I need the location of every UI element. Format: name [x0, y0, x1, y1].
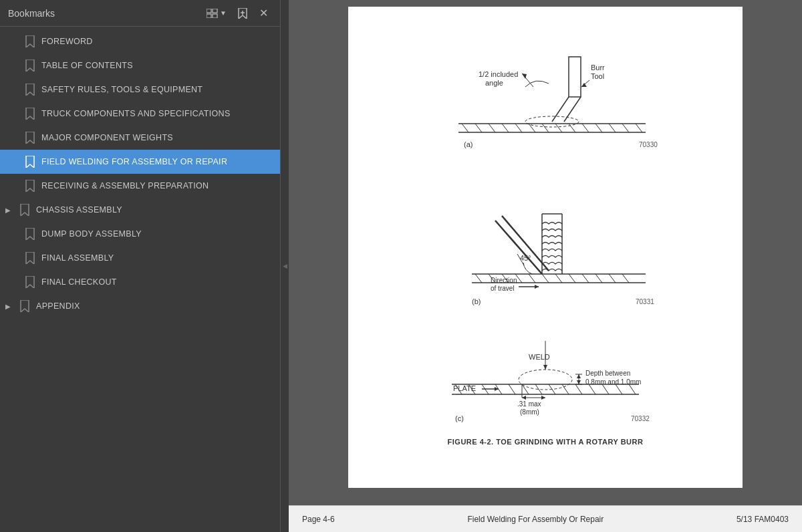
svg-line-34	[636, 124, 642, 132]
main-content: 1/2 included angle Burr Tool (a) 70330	[289, 0, 802, 532]
svg-line-83	[522, 384, 529, 394]
sidebar-header-icons: ▼ ✕	[203, 5, 272, 21]
svg-marker-15	[26, 228, 34, 240]
bookmark-label: TRUCK COMPONENTS AND SPECIFICATIONS	[41, 109, 273, 118]
svg-text:Tool: Tool	[591, 72, 604, 80]
bookmark-item-final-assembly[interactable]: FINAL ASSEMBLY	[0, 246, 280, 270]
svg-text:PLATE: PLATE	[453, 384, 476, 392]
svg-text:of travel: of travel	[491, 285, 515, 292]
svg-line-25	[515, 124, 522, 132]
svg-marker-109	[541, 396, 545, 400]
svg-text:70330: 70330	[639, 141, 658, 148]
grid-icon	[207, 9, 219, 18]
bookmark-item-chassis[interactable]: CHASSIS ASSEMBLY	[0, 198, 280, 222]
svg-line-23	[489, 124, 495, 132]
diagram-b: 45° Direction of travel (b) 70331	[375, 164, 716, 311]
bookmark-label: FINAL ASSEMBLY	[41, 253, 273, 263]
svg-text:0.8mm and 1.0mm: 0.8mm and 1.0mm	[585, 378, 641, 386]
bookmark-label: APPENDIX	[36, 301, 273, 311]
svg-text:Burr: Burr	[591, 63, 605, 72]
svg-line-86	[562, 384, 569, 394]
bookmark-label: RECEIVING & ASSEMBLY PREPARATION	[41, 181, 273, 190]
svg-rect-36	[569, 57, 581, 97]
svg-line-89	[602, 384, 609, 394]
expand-arrow	[3, 205, 13, 215]
svg-marker-17	[26, 276, 34, 288]
bookmark-item-receiving[interactable]: RECEIVING & ASSEMBLY PREPARATION	[0, 174, 280, 198]
bookmark-label: FOREWORD	[41, 37, 273, 46]
sidebar-title: Bookmarks	[8, 8, 55, 19]
svg-text:(a): (a)	[464, 140, 473, 148]
svg-line-31	[595, 124, 602, 132]
svg-marker-7	[26, 35, 34, 47]
bookmark-icon	[24, 131, 36, 144]
bookmark-item-foreword[interactable]: FOREWORD	[0, 29, 280, 53]
bookmark-icon	[24, 275, 36, 289]
svg-marker-13	[26, 180, 34, 192]
svg-line-58	[569, 274, 575, 283]
page-area: 1/2 included angle Burr Tool (a) 70330	[289, 0, 802, 505]
svg-rect-2	[207, 14, 211, 18]
bookmark-icon	[24, 251, 36, 265]
bookmark-icon	[237, 8, 248, 19]
svg-marker-11	[26, 132, 34, 144]
bookmark-add-button[interactable]	[234, 7, 251, 20]
bookmark-item-safety[interactable]: SAFETY RULES, TOOLS & EQUIPMENT	[0, 78, 280, 102]
bookmark-icon	[24, 179, 36, 192]
svg-line-33	[622, 124, 629, 132]
svg-marker-14	[21, 204, 29, 216]
bookmark-item-toc[interactable]: TABLE OF CONTENTS	[0, 53, 280, 78]
bookmark-icon	[24, 227, 36, 241]
bookmark-item-appendix[interactable]: APPENDIX	[0, 294, 280, 318]
svg-marker-9	[26, 84, 34, 96]
figure-caption: FIGURE 4-2. TOE GRINDING WITH A ROTARY B…	[375, 438, 716, 446]
svg-line-27	[542, 124, 549, 132]
bookmark-item-truck-components[interactable]: TRUCK COMPONENTS AND SPECIFICATIONS	[0, 102, 280, 126]
bookmark-label: TABLE OF CONTENTS	[41, 61, 273, 70]
bookmark-item-major-weights[interactable]: MAJOR COMPONENT WEIGHTS	[0, 126, 280, 150]
bookmark-label: FIELD WELDING FOR ASSEMBLY OR REPAIR	[41, 157, 273, 166]
page-number: Page 4-6	[302, 515, 335, 524]
svg-line-59	[582, 274, 589, 283]
svg-marker-73	[535, 285, 539, 289]
svg-line-30	[582, 124, 589, 132]
diagram-a: 1/2 included angle Burr Tool (a) 70330	[375, 20, 716, 154]
svg-text:(8mm): (8mm)	[520, 408, 539, 416]
resize-handle[interactable]	[281, 0, 289, 532]
diagram-b-svg: 45° Direction of travel (b) 70331	[418, 164, 672, 311]
svg-marker-12	[26, 156, 34, 168]
bookmark-item-dump-body[interactable]: DUMP BODY ASSEMBLY	[0, 222, 280, 246]
svg-rect-0	[207, 9, 211, 13]
bookmark-item-field-welding[interactable]: FIELD WELDING FOR ASSEMBLY OR REPAIR	[0, 150, 280, 174]
svg-line-62	[622, 274, 629, 283]
diagram-a-svg: 1/2 included angle Burr Tool (a) 70330	[418, 20, 672, 154]
svg-text:70332: 70332	[631, 415, 650, 422]
svg-text:70331: 70331	[636, 298, 654, 305]
svg-line-57	[555, 274, 562, 283]
bookmark-icon	[24, 155, 36, 168]
close-button[interactable]: ✕	[255, 5, 272, 21]
diagram-c: WELD PLATE Depth between 0.8mm and	[375, 321, 716, 428]
svg-marker-10	[26, 108, 34, 120]
svg-line-55	[529, 274, 535, 283]
bookmark-icon	[24, 35, 36, 48]
page-version: 5/13 FAM0403	[737, 515, 789, 524]
bookmark-item-final-checkout[interactable]: FINAL CHECKOUT	[0, 270, 280, 294]
bookmark-label: DUMP BODY ASSEMBLY	[41, 229, 273, 239]
bookmark-label: CHASSIS ASSEMBLY	[36, 205, 273, 215]
bookmark-icon	[24, 83, 36, 96]
svg-line-60	[595, 274, 602, 283]
view-toggle-button[interactable]: ▼	[203, 7, 230, 19]
sidebar: Bookmarks ▼	[0, 0, 281, 532]
svg-text:(c): (c)	[455, 414, 464, 422]
svg-line-61	[609, 274, 616, 283]
bookmark-icon	[24, 59, 36, 72]
svg-text:.31 max: .31 max	[517, 400, 541, 408]
svg-line-88	[589, 384, 595, 394]
svg-marker-94	[543, 365, 547, 370]
svg-line-32	[609, 124, 616, 132]
svg-line-29	[569, 124, 575, 132]
svg-line-21	[462, 124, 469, 132]
bookmark-icon	[19, 299, 31, 313]
svg-marker-103	[577, 380, 581, 384]
